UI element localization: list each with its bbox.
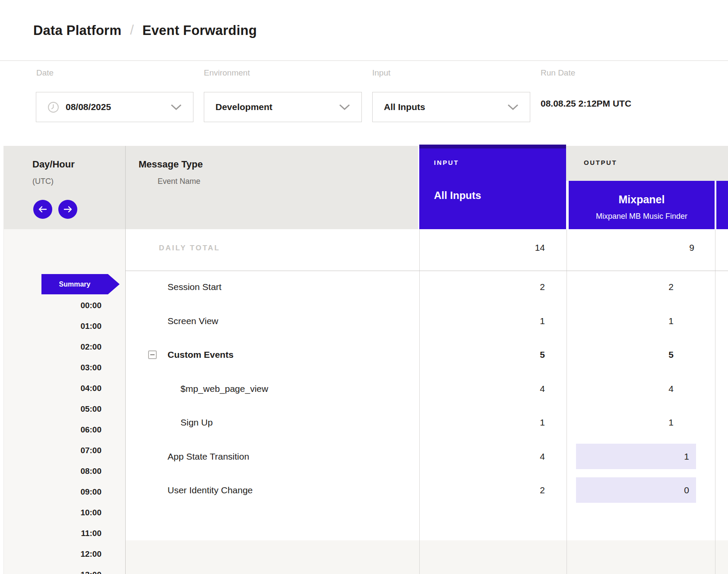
input-group-label: INPUT [434, 159, 459, 166]
hour-label[interactable]: 10:00 [3, 507, 101, 519]
summary-row-badge[interactable]: Summary [41, 274, 120, 294]
input-column-header[interactable]: INPUT All Inputs [419, 145, 566, 229]
input-select[interactable]: All Inputs [372, 92, 530, 122]
day-hour-timezone: (UTC) [32, 177, 54, 186]
event-name: Custom Events [168, 348, 234, 361]
event-name: $mp_web_page_view [180, 382, 268, 395]
hour-label[interactable]: 02:00 [3, 341, 101, 353]
output-count: 1 [567, 315, 694, 328]
input-count: 4 [419, 450, 545, 463]
hour-label[interactable]: 08:00 [3, 465, 101, 477]
output-group-label: OUTPUT [584, 159, 617, 166]
hour-label[interactable]: 07:00 [3, 445, 101, 457]
environment-label: Environment [204, 68, 250, 78]
top-bar: Data Platform / Event Forwarding [0, 0, 728, 61]
hour-label[interactable]: 06:00 [3, 424, 101, 436]
next-day-button[interactable] [58, 200, 77, 219]
input-count: 5 [419, 348, 545, 361]
output-count: 1 [567, 416, 694, 429]
chevron-down-icon [339, 104, 350, 110]
output-column-name: Mixpanel [569, 192, 715, 206]
highlighted-output-cell: 0 [576, 477, 696, 503]
run-date-value: 08.08.25 2:12PM UTC [541, 98, 631, 109]
input-count: 4 [419, 382, 545, 395]
hour-label[interactable]: 01:00 [3, 320, 101, 332]
input-label: Input [372, 68, 390, 78]
input-value: All Inputs [384, 102, 425, 112]
arrow-right-icon [63, 206, 73, 213]
output-count: 2 [567, 281, 694, 293]
event-name-subheader: Event Name [158, 177, 200, 186]
input-count: 1 [419, 416, 545, 429]
day-hour-header: Day/Hour [32, 159, 75, 170]
hour-label[interactable]: 09:00 [3, 486, 101, 498]
environment-value: Development [215, 102, 272, 112]
table-footer-band [125, 540, 728, 574]
table-row: Custom Events 5 5 [125, 348, 728, 361]
event-name: Sign Up [180, 416, 213, 429]
daily-total-output-count: 9 [567, 243, 694, 253]
filter-bar: Date 08/08/2025 Environment Development … [0, 61, 728, 145]
daily-total-input-count: 14 [419, 243, 545, 253]
message-type-header: Message Type [139, 159, 203, 170]
input-count: 1 [419, 315, 545, 328]
table-row: App State Transition 4 1 [125, 450, 728, 463]
input-column-name: All Inputs [434, 189, 481, 202]
input-count: 2 [419, 484, 545, 497]
table-row: Session Start 2 2 [125, 281, 728, 293]
table-row: User Identity Change 2 0 [125, 484, 728, 497]
table-row: Sign Up 1 1 [125, 416, 728, 429]
environment-select[interactable]: Development [204, 92, 362, 122]
daily-total-label: DAILY TOTAL [159, 244, 220, 252]
column-gap [566, 181, 569, 229]
table-row: $mp_web_page_view 4 4 [125, 382, 728, 395]
hour-label[interactable]: 04:00 [3, 382, 101, 394]
highlighted-output-cell: 1 [576, 444, 696, 469]
hour-label[interactable]: 00:00 [3, 300, 101, 312]
prev-day-button[interactable] [33, 200, 52, 219]
arrow-left-icon [38, 206, 47, 213]
output-count: 5 [567, 348, 694, 361]
forwarding-table: Day/Hour (UTC) Message Type Event Name I… [0, 145, 728, 574]
breadcrumb: Data Platform / Event Forwarding [33, 0, 257, 61]
hour-label[interactable]: 05:00 [3, 403, 101, 415]
table-row: Screen View 1 1 [125, 315, 728, 328]
event-name: User Identity Change [168, 484, 253, 497]
minus-icon [150, 354, 155, 355]
clock-icon [47, 101, 59, 113]
event-forwarding-page: Data Platform / Event Forwarding Date 08… [0, 0, 728, 574]
daily-total-divider [125, 271, 728, 271]
hour-label[interactable]: 12:00 [3, 548, 101, 560]
run-date-label: Run Date [541, 68, 575, 78]
collapse-toggle[interactable] [148, 350, 157, 359]
output-column-subtitle: Mixpanel MB Music Finder [569, 211, 715, 221]
breadcrumb-separator-icon: / [130, 22, 134, 38]
output-count: 4 [567, 382, 694, 395]
date-label: Date [36, 68, 54, 78]
hour-label[interactable]: 11:00 [3, 527, 101, 539]
hour-label[interactable]: 13:00 [3, 569, 101, 574]
date-value: 08/08/2025 [66, 102, 111, 112]
event-name: Session Start [168, 281, 222, 293]
input-count: 2 [419, 281, 545, 293]
event-name: Screen View [168, 315, 218, 328]
date-select[interactable]: 08/08/2025 [36, 92, 193, 122]
breadcrumb-page: Event Forwarding [142, 23, 257, 38]
event-name: App State Transition [168, 450, 249, 463]
output-column-header[interactable]: Mixpanel Mixpanel MB Music Finder [569, 181, 715, 229]
column-gap [715, 181, 716, 229]
chevron-down-icon [171, 104, 182, 110]
chevron-down-icon [507, 104, 519, 110]
next-output-column-partial[interactable] [716, 181, 728, 229]
hour-label[interactable]: 03:00 [3, 362, 101, 374]
breadcrumb-section[interactable]: Data Platform [33, 23, 121, 38]
